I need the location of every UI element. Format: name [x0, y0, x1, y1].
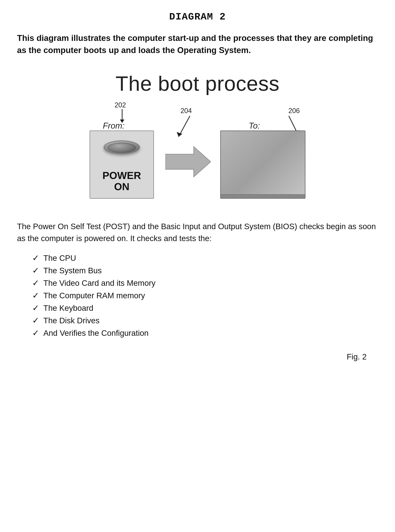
checklist-item-text: The CPU: [43, 254, 76, 262]
svg-marker-4: [165, 147, 211, 177]
screen-box: [220, 131, 305, 199]
from-label: From:: [103, 121, 125, 131]
power-text: POWERON: [102, 170, 141, 192]
intro-text: This diagram illustrates the computer st…: [17, 32, 378, 56]
check-mark-icon: ✓: [32, 329, 39, 337]
ref-202-label: 202: [115, 101, 126, 109]
to-label: To:: [249, 121, 260, 131]
screen-inner: [221, 131, 305, 198]
check-mark-icon: ✓: [32, 304, 39, 312]
checklist-item: ✓The Computer RAM memory: [32, 291, 378, 300]
power-button-disc: [104, 141, 140, 154]
checklist-item-text: The Computer RAM memory: [43, 292, 145, 300]
body-text: The Power On Self Test (POST) and the Ba…: [17, 220, 378, 244]
checklist-item: ✓The Disk Drives: [32, 316, 378, 325]
power-disc-inner: [108, 143, 136, 153]
screen-bottom-bar: [221, 194, 305, 198]
svg-marker-1: [177, 132, 182, 137]
check-mark-icon: ✓: [32, 266, 39, 275]
checklist-item-text: The Disk Drives: [43, 317, 99, 325]
check-mark-icon: ✓: [32, 291, 39, 300]
arrow-204: [173, 114, 198, 143]
page-title: DIAGRAM 2: [17, 11, 378, 22]
checklist-item-text: The Video Card and its Memory: [43, 279, 155, 287]
checklist-item-text: The Keyboard: [43, 304, 93, 312]
checklist-item-text: And Verifies the Configuration: [43, 329, 149, 337]
checklist-item: ✓The Video Card and its Memory: [32, 279, 378, 287]
checklist-item: ✓The System Bus: [32, 266, 378, 275]
big-right-arrow: [165, 145, 211, 180]
diagram-title: The boot process: [17, 71, 378, 95]
check-mark-icon: ✓: [32, 254, 39, 262]
fig-label: Fig. 2: [17, 352, 378, 361]
checklist: ✓The CPU✓The System Bus✓The Video Card a…: [32, 254, 378, 337]
check-mark-icon: ✓: [32, 279, 39, 287]
checklist-item-text: The System Bus: [43, 267, 102, 275]
power-box: POWERON: [90, 131, 154, 199]
checklist-item: ✓The CPU: [32, 254, 378, 262]
checklist-item: ✓The Keyboard: [32, 304, 378, 312]
ref-206-label: 206: [288, 107, 300, 115]
check-mark-icon: ✓: [32, 316, 39, 325]
ref-204-label: 204: [181, 107, 192, 115]
checklist-item: ✓And Verifies the Configuration: [32, 329, 378, 337]
diagram-area: 202 From: 204 206 To: POWERON: [84, 101, 311, 207]
